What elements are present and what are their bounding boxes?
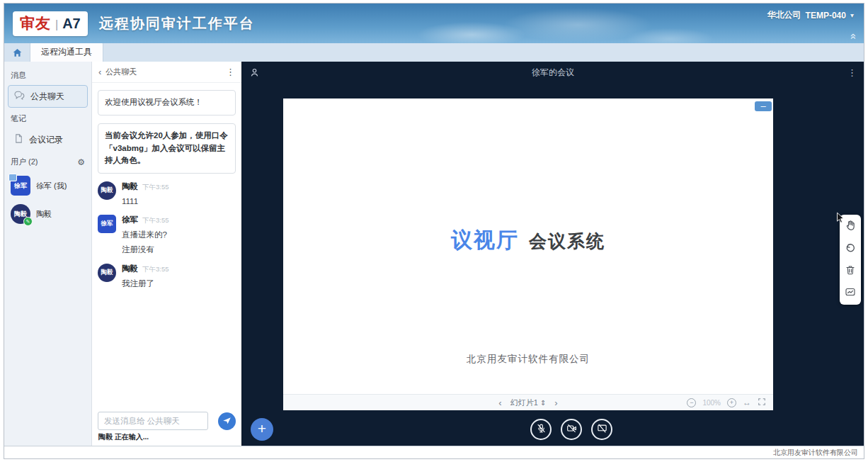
chevron-down-icon: ▾	[850, 11, 854, 19]
account-name: TEMP-040	[806, 11, 846, 21]
chat-message: 徐军 徐军下午3:55 直播进来的? 注册没有	[98, 215, 236, 255]
collapse-header-icon[interactable]: «	[848, 33, 859, 39]
logo-separator: |	[55, 18, 58, 31]
minimize-slide-button[interactable]: –	[755, 101, 772, 111]
meeting-header: 徐军的会议 ⋮	[242, 62, 864, 83]
chat-message: 陶毅 陶毅下午3:55 我注册了	[98, 264, 236, 289]
back-chevron-icon[interactable]: ‹	[98, 67, 101, 77]
mic-off-button[interactable]	[530, 419, 552, 440]
home-icon[interactable]	[11, 47, 23, 58]
hand-icon	[845, 220, 857, 234]
message-time: 下午3:55	[142, 183, 169, 191]
chat-bubbles-icon	[13, 90, 25, 103]
zoom-in-icon[interactable]: +	[727, 398, 736, 407]
message-time: 下午3:55	[142, 265, 169, 273]
slide-brand-text: 议视厅	[451, 228, 519, 252]
tab-remote-communication[interactable]: 远程沟通工具	[30, 42, 103, 62]
users-section-header: 用户 (2) ⚙	[11, 157, 85, 167]
slide-stepper-icon[interactable]: ⇕	[540, 399, 546, 407]
app-logo: 审友 | A7	[13, 11, 88, 36]
chat-header: ‹ 公共聊天 ⋮	[92, 62, 241, 83]
sidebar-item-public-chat[interactable]: 公共聊天	[8, 85, 88, 108]
app-footer: 北京用友审计软件有限公司	[4, 446, 864, 458]
messages-section-label: 消息	[11, 70, 85, 81]
chat-input-area: 陶毅 正在输入...	[92, 407, 241, 446]
logo-brand: 审友	[20, 13, 51, 33]
user-name: 徐军 (我)	[36, 181, 67, 191]
typing-indicator: 陶毅 正在输入...	[98, 432, 236, 442]
slide-suffix-text: 会议系统	[529, 231, 605, 251]
message-input[interactable]	[98, 412, 208, 430]
chat-title: 公共聊天	[105, 67, 137, 77]
chat-message-list: 欢迎使用议视厅会议系统！ 当前会议允许20人参加，使用口令「v3abmg」加入会…	[92, 83, 241, 407]
company-name: 华北公司	[767, 9, 801, 21]
trash-icon	[845, 264, 856, 278]
undo-button[interactable]	[844, 242, 857, 255]
chart-tool-button[interactable]	[844, 286, 857, 299]
chat-menu-icon[interactable]: ⋮	[226, 67, 235, 77]
slide-number-label[interactable]: 幻灯片1 ⇕	[510, 398, 547, 408]
host-badge-icon	[8, 174, 17, 181]
users-section-label: 用户 (2)	[11, 157, 38, 167]
avatar: 徐军	[98, 215, 116, 233]
avatar: 陶毅	[98, 264, 116, 282]
message-text: 我注册了	[122, 278, 169, 289]
prev-slide-icon[interactable]: ‹	[498, 398, 501, 407]
avatar-text: 陶毅	[101, 186, 113, 195]
message-text: 注册没有	[122, 244, 169, 255]
avatar: 陶毅	[98, 181, 116, 200]
message-text: 直播进来的?	[122, 229, 169, 240]
typing-badge-icon: ✎	[23, 217, 33, 226]
message-author: 陶毅下午3:55	[122, 264, 169, 274]
hand-tool-button[interactable]	[844, 220, 857, 233]
slide-canvas[interactable]: 议视厅会议系统 北京用友审计软件有限公司	[283, 98, 773, 394]
message-text: 1111	[122, 196, 169, 207]
main-content: 消息 公共聊天 笔记 会议记录 用户 (2) ⚙ 徐军	[4, 62, 864, 446]
camera-off-button[interactable]	[561, 419, 582, 440]
clear-button[interactable]	[844, 264, 857, 277]
participant-icon[interactable]	[249, 67, 260, 78]
user-list-item-xujun[interactable]: 徐军 徐军 (我)	[11, 176, 85, 196]
avatar-text: 徐军	[14, 181, 27, 191]
tab-bar: 远程沟通工具	[4, 43, 864, 62]
system-message: 欢迎使用议视厅会议系统！	[98, 90, 236, 116]
user-list-item-taoyi[interactable]: 陶毅 ✎ 陶毅	[11, 204, 85, 224]
account-menu[interactable]: 华北公司 TEMP-040 ▾	[767, 9, 854, 21]
next-slide-icon[interactable]: ›	[554, 398, 557, 407]
sidebar-item-meeting-notes[interactable]: 会议记录	[8, 128, 88, 151]
slide-viewer: – 议视厅会议系统 北京用友审计软件有限公司 ‹ 幻灯片1 ⇕ › −	[283, 98, 773, 410]
slide-title: 议视厅会议系统	[283, 226, 773, 255]
message-author: 徐军下午3:55	[122, 215, 169, 225]
avatar: 徐军	[11, 176, 30, 196]
gear-icon[interactable]: ⚙	[77, 157, 85, 167]
zoom-out-icon[interactable]: −	[687, 398, 696, 407]
document-icon	[13, 133, 24, 146]
sidebar: 消息 公共聊天 笔记 会议记录 用户 (2) ⚙ 徐军	[4, 62, 92, 446]
fullscreen-icon[interactable]	[758, 398, 766, 407]
zoom-level: 100%	[702, 399, 721, 407]
avatar-text: 徐军	[101, 220, 113, 228]
logo-product: A7	[62, 16, 81, 32]
avatar-text: 陶毅	[101, 269, 113, 277]
footer-company: 北京用友审计软件有限公司	[773, 448, 858, 458]
meeting-title: 徐军的会议	[242, 67, 864, 79]
chat-panel: ‹ 公共聊天 ⋮ 欢迎使用议视厅会议系统！ 当前会议允许20人参加，使用口令「v…	[92, 62, 242, 446]
page-title: 远程协同审计工作平台	[99, 14, 255, 33]
sidebar-item-label: 会议记录	[29, 134, 63, 146]
add-content-button[interactable]: +	[251, 418, 273, 441]
mic-off-icon	[536, 423, 547, 436]
notes-section-label: 笔记	[11, 113, 85, 124]
fit-width-icon[interactable]: ↔	[743, 398, 751, 407]
user-name: 陶毅	[36, 209, 52, 220]
message-time: 下午3:55	[142, 216, 169, 224]
sidebar-item-label: 公共聊天	[30, 91, 64, 103]
meeting-menu-icon[interactable]: ⋮	[847, 68, 857, 77]
app-frame: 审友 | A7 远程协同审计工作平台 华北公司 TEMP-040 ▾ « 远程沟…	[4, 3, 864, 459]
app-header: 审友 | A7 远程协同审计工作平台 华北公司 TEMP-040 ▾ «	[4, 4, 864, 43]
screen-share-off-button[interactable]	[591, 419, 612, 440]
camera-off-icon	[566, 423, 577, 436]
send-button[interactable]	[218, 412, 236, 430]
av-control-bar	[530, 419, 612, 440]
system-message: 当前会议允许20人参加，使用口令「v3abmg」加入会议可以保留主持人角色。	[98, 123, 236, 174]
app-window: 审友 | A7 远程协同审计工作平台 华北公司 TEMP-040 ▾ « 远程沟…	[0, 0, 868, 462]
